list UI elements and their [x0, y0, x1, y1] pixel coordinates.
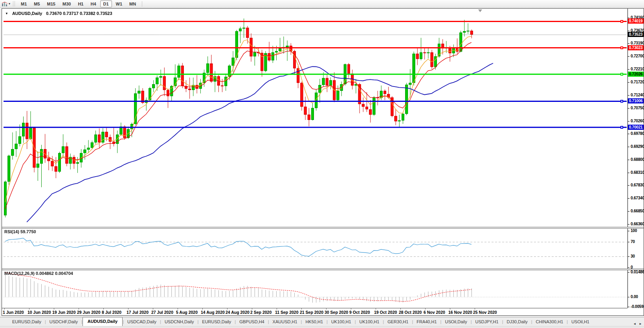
timeframe-button-mn[interactable]: MN [126, 0, 139, 7]
date-axis-tick [376, 308, 376, 310]
date-axis-label: 24 Aug 2020 [226, 310, 250, 315]
current-price-label: 0.73523 [628, 32, 644, 37]
timeframe-button-w1[interactable]: W1 [113, 0, 126, 7]
timeframe-button-m1[interactable]: M1 [18, 0, 30, 7]
chart-tab-china300-h1[interactable]: CHINA300,H1 [532, 318, 567, 326]
chart-tab-gbpusd-h4[interactable]: GBPUSD,H4 [236, 318, 268, 326]
date-axis-tick [400, 308, 401, 310]
chart-tabs-bar: EURUSD,Daily|USDCHF,Daily|AUDUSD,Daily|U… [0, 317, 644, 326]
timeframe-button-h4[interactable]: H4 [87, 0, 99, 7]
timeframe-button-m15[interactable]: M15 [44, 0, 59, 7]
date-axis-label: 19 Jun 2020 [52, 310, 76, 315]
chart-tab-xauusd-h1[interactable]: XAUUSD,H1 [269, 318, 301, 326]
chart-tab-usdcad-daily[interactable]: USDCAD,Daily [124, 318, 160, 326]
date-axis[interactable]: 1 Jun 202010 Jun 202019 Jun 202029 Jun 2… [2, 308, 627, 315]
chart-tab-audusd-daily[interactable]: AUDUSD,Daily [83, 317, 123, 326]
date-axis-tick [178, 308, 178, 310]
date-axis-tick [202, 308, 203, 310]
collapse-chart-icon[interactable]: ▼ [5, 11, 8, 16]
level-price-label: 0.74019 [628, 18, 644, 24]
date-axis-label: 2 Sep 2020 [250, 310, 272, 315]
price-axis-tick [628, 69, 629, 70]
toolbar-separator [142, 1, 142, 7]
date-axis-label: 9 Oct 2020 [349, 310, 370, 315]
chart-tab-hk50-h1[interactable]: HK50,H1 [302, 318, 327, 326]
date-axis-tick [227, 308, 228, 310]
price-axis-label: 0.71240 [631, 93, 644, 97]
price-axis-tick [628, 43, 629, 44]
status-strip [0, 326, 644, 328]
price-axis-tick [628, 147, 629, 147]
chart-tab-eurusd-daily[interactable]: EURUSD,Daily [9, 318, 45, 326]
date-axis-label: 27 Jul 2020 [151, 310, 173, 315]
chart-tab-usdchf-daily[interactable]: USDCHF,Daily [46, 318, 81, 326]
timeframe-button-m5[interactable]: M5 [31, 0, 43, 7]
chart-tab-dj30-daily[interactable]: DJ30,Daily [503, 318, 531, 326]
price-axis-label: 0.70260 [631, 119, 644, 123]
tab-scroll-right-icon[interactable]: ► [639, 322, 642, 326]
price-axis-tick [628, 31, 629, 31]
price-axis-label: 0.70750 [631, 106, 644, 110]
toolbar-grip[interactable] [13, 1, 15, 6]
rsi-axis-label: 100 [631, 228, 637, 233]
price-axis-label: 0.68800 [631, 157, 644, 162]
chart-tab-usoil-daily[interactable]: USOil,Daily [441, 318, 470, 326]
macd-chart-canvas[interactable] [4, 270, 627, 308]
tab-scroll-left-icon[interactable]: ◄ [633, 322, 636, 326]
date-axis-tick [128, 308, 128, 310]
main-chart-canvas[interactable] [4, 9, 627, 227]
chart-tab-ger30-h1[interactable]: GER30,H1 [384, 318, 412, 326]
price-axis-tick [628, 224, 629, 225]
price-axis[interactable]: 0.741600.736700.731900.727000.722100.717… [627, 9, 644, 308]
chart-shift-marker-icon[interactable] [478, 9, 482, 12]
date-axis-label: 1 Jun 2020 [3, 310, 24, 315]
chart-tool-dropdown-icon[interactable]: ▾ [9, 2, 10, 6]
panel-splitter[interactable] [2, 269, 644, 270]
chart-tab-uk100-h1[interactable]: UK100,H1 [356, 318, 383, 326]
price-axis-tick [628, 121, 629, 122]
date-axis-label: 10 Jun 2020 [28, 310, 51, 315]
date-axis-tick [326, 308, 327, 310]
date-axis-tick [301, 308, 302, 310]
chart-tool-icon[interactable] [2, 1, 8, 6]
price-axis-label: 0.68310 [631, 170, 644, 175]
chart-tab-usdjpy-h1[interactable]: USDJPY,H1 [472, 318, 502, 326]
price-axis-label: 0.66360 [631, 222, 644, 226]
timeframe-button-m30[interactable]: M30 [59, 0, 74, 7]
date-axis-tick [79, 308, 79, 310]
chart-tab-eurusd-daily[interactable]: EURUSD,Daily [198, 318, 235, 326]
rsi-axis-tick [628, 256, 629, 257]
rsi-axis-tick [628, 267, 629, 268]
macd-axis-label: -0.005938 [631, 304, 644, 309]
chart-window: ▼ AUDUSD,Daily 0.73670 0.73717 0.73382 0… [2, 8, 644, 316]
price-axis-label: 0.72210 [631, 67, 644, 71]
timeframe-button-h1[interactable]: H1 [75, 0, 86, 7]
price-axis-tick [628, 108, 629, 109]
rsi-axis-label: 70 [631, 240, 635, 244]
price-axis-tick [628, 185, 629, 186]
date-axis-tick [351, 308, 351, 310]
date-axis-tick [475, 308, 475, 310]
rsi-axis-tick [628, 242, 629, 242]
tabs-list: EURUSD,Daily|USDCHF,Daily|AUDUSD,Daily|U… [9, 317, 593, 326]
macd-indicator-label: MACD(12,26,9) 0.004862 0.004704 [4, 271, 73, 276]
level-price-label: 0.73023 [628, 45, 644, 50]
timeframe-button-d1[interactable]: D1 [100, 0, 112, 7]
macd-axis-label: 0.014861 [631, 270, 644, 274]
price-axis-label: 0.67340 [631, 196, 644, 200]
rsi-chart-canvas[interactable] [4, 228, 627, 269]
chart-tab-usdcnh-daily[interactable]: USDCNH,Daily [161, 318, 198, 326]
chart-tab-fra40-h1[interactable]: FRA40,H1 [413, 318, 440, 326]
chart-tab-usoil-h1[interactable]: USOil,H1 [568, 318, 593, 326]
chart-tab-uk100-h1[interactable]: UK100,H1 [328, 318, 355, 326]
panel-splitter[interactable] [2, 227, 644, 228]
price-axis-tick [628, 198, 629, 199]
chart-title: ▼ AUDUSD,Daily 0.73670 0.73717 0.73382 0… [5, 11, 112, 16]
date-axis-tick [54, 308, 54, 310]
rsi-axis-tick [628, 231, 629, 231]
price-axis-tick [628, 18, 629, 18]
level-price-label: 0.70021 [628, 125, 644, 130]
date-axis-label: 16 Nov 2020 [448, 310, 472, 315]
timeframe-buttons: M1M5M15M30H1H4D1W1MN [17, 0, 139, 7]
price-axis-tick [628, 82, 629, 83]
